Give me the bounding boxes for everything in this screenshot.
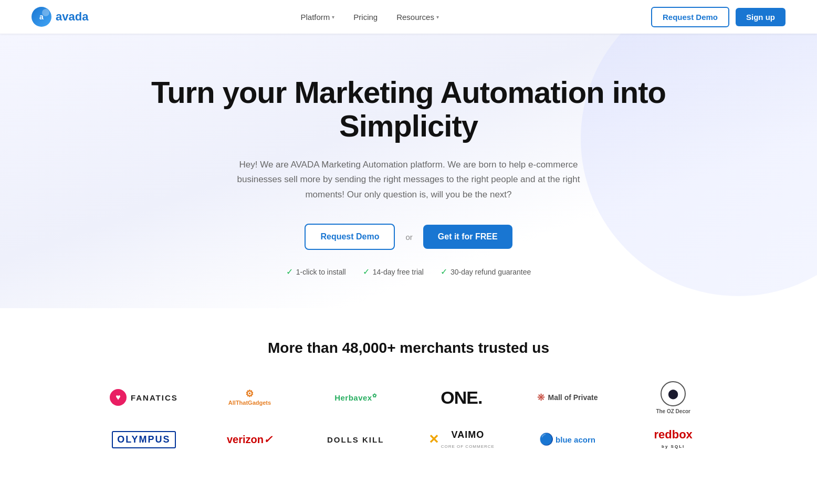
hero-demo-button[interactable]: Request Demo — [305, 224, 395, 250]
trusted-title: More than 48,000+ merchants trusted us — [21, 340, 796, 356]
hero-badge-trial: ✓ 14-day free trial — [363, 267, 424, 277]
hero-badge-refund: ✓ 30-day refund guarantee — [441, 267, 531, 277]
fanatics-heart-icon: ♥ — [110, 389, 127, 406]
logo-text: avada — [56, 10, 88, 24]
logo-olympus: OLYMPUS — [107, 424, 181, 455]
hero-free-button[interactable]: Get it for FREE — [423, 225, 512, 249]
navbar: a avada Platform ▾ Pricing Resources ▾ R… — [0, 0, 817, 34]
logo-fanatics: ♥ FANATICS — [104, 382, 183, 413]
logo-vaimo: ✕ VAIMO CORE OF COMMERCE — [423, 424, 500, 455]
logo[interactable]: a avada — [32, 7, 88, 27]
trusted-section: More than 48,000+ merchants trusted us ♥… — [0, 308, 817, 476]
nav-cta: Request Demo Sign up — [651, 7, 785, 27]
chevron-down-icon: ▾ — [332, 14, 334, 20]
nav-platform[interactable]: Platform ▾ — [293, 8, 342, 26]
nav-resources[interactable]: Resources ▾ — [389, 8, 446, 26]
hero-title: Turn your Marketing Automation into Simp… — [120, 76, 697, 143]
logo-blueacorn: 🔵 blue acorn — [534, 424, 601, 455]
check-icon: ✓ — [363, 267, 370, 277]
logo-grid-row1: ♥ FANATICS ⚙ AllThatGadgets Herbavex✿ ON… — [93, 382, 724, 455]
check-icon: ✓ — [286, 267, 293, 277]
nav-pricing[interactable]: Pricing — [346, 8, 385, 26]
hero-badges: ✓ 1-click to install ✓ 14-day free trial… — [120, 267, 697, 277]
hero-section: Turn your Marketing Automation into Simp… — [0, 34, 817, 308]
request-demo-button[interactable]: Request Demo — [651, 7, 729, 27]
logo-ozdecor: ⬤ The OZ Decor — [651, 382, 696, 413]
hero-badge-install: ✓ 1-click to install — [286, 267, 346, 277]
sign-up-button[interactable]: Sign up — [736, 8, 785, 26]
logo-letter: a — [39, 13, 44, 21]
logo-one: ONE. — [435, 382, 487, 413]
logo-redbox: redbox by SQLI — [648, 424, 697, 455]
hero-content: Turn your Marketing Automation into Simp… — [120, 76, 697, 277]
logo-herbavex: Herbavex✿ — [329, 382, 382, 413]
logo-allgadgets: ⚙ AllThatGadgets — [223, 382, 276, 413]
hero-buttons: Request Demo or Get it for FREE — [120, 224, 697, 250]
hero-subtitle: Hey! We are AVADA Marketing Automation p… — [230, 158, 587, 203]
chevron-down-icon: ▾ — [436, 14, 439, 20]
logo-verizon: verizon✓ — [222, 424, 278, 455]
hero-or-text: or — [405, 233, 412, 242]
check-icon: ✓ — [441, 267, 447, 277]
nav-links: Platform ▾ Pricing Resources ▾ — [293, 8, 446, 26]
logo-dollskill: DOLLS KILL — [322, 424, 389, 455]
ozdecor-circle-icon: ⬤ — [661, 381, 686, 406]
logo-icon: a — [32, 7, 51, 27]
logo-mallprivate: ❋ Mall of Private — [532, 382, 603, 413]
